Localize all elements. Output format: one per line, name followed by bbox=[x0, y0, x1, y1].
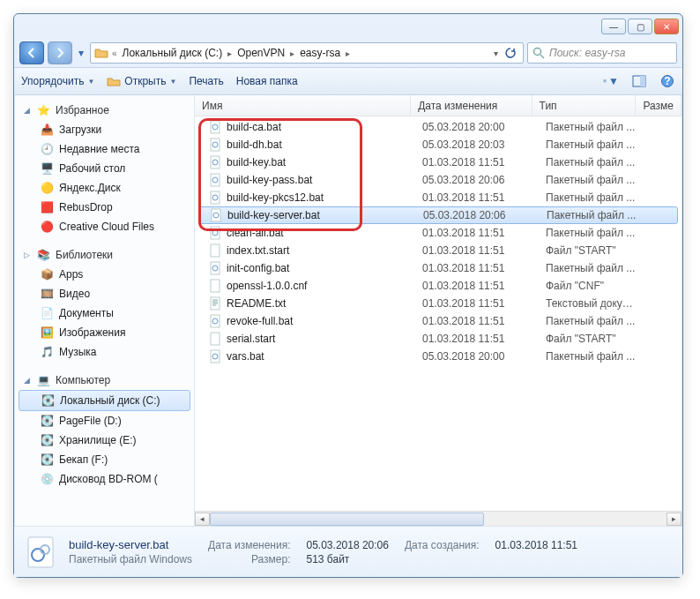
file-list[interactable]: build-ca.bat05.03.2018 20:00Пакетный фай… bbox=[195, 116, 681, 511]
file-date: 01.03.2018 11:51 bbox=[415, 191, 539, 204]
breadcrumb-item[interactable]: OpenVPN bbox=[235, 47, 287, 59]
horizontal-scrollbar[interactable]: ◂ ▸ bbox=[195, 511, 681, 526]
open-button[interactable]: Открыть▼ bbox=[107, 74, 176, 88]
help-button[interactable]: ? bbox=[659, 73, 675, 89]
back-button[interactable] bbox=[19, 41, 44, 64]
disk-icon: 💽 bbox=[40, 453, 54, 467]
documents-icon: 📄 bbox=[40, 306, 54, 320]
video-icon: 🎞️ bbox=[40, 287, 54, 301]
sidebar-item[interactable]: 💽Бекап (F:) bbox=[15, 450, 194, 469]
sidebar-item[interactable]: 📥Загрузки bbox=[15, 120, 194, 139]
music-icon: 🎵 bbox=[40, 345, 54, 359]
details-created-label: Дата создания: bbox=[405, 539, 480, 551]
scroll-thumb[interactable] bbox=[210, 513, 484, 526]
sidebar-libraries[interactable]: ▷📚Библиотеки bbox=[15, 245, 194, 265]
file-row[interactable]: index.txt.start01.03.2018 11:51Файл "STA… bbox=[195, 242, 681, 259]
new-folder-button[interactable]: Новая папка bbox=[236, 75, 298, 87]
file-row[interactable]: build-key-pass.bat05.03.2018 20:06Пакетн… bbox=[195, 171, 681, 189]
refresh-button[interactable] bbox=[502, 46, 519, 60]
file-date: 01.03.2018 11:51 bbox=[415, 156, 539, 168]
col-date[interactable]: Дата изменения bbox=[411, 95, 532, 116]
file-name: README.txt bbox=[227, 297, 286, 310]
file-date: 01.03.2018 11:51 bbox=[415, 244, 539, 257]
file-icon bbox=[209, 120, 223, 134]
file-icon bbox=[209, 243, 223, 258]
organize-button[interactable]: Упорядочить▼ bbox=[21, 75, 94, 87]
minimize-button[interactable]: — bbox=[601, 19, 626, 34]
search-icon bbox=[532, 46, 546, 60]
breadcrumb-chevron: « bbox=[112, 49, 117, 58]
forward-button[interactable] bbox=[48, 41, 72, 64]
svg-rect-26 bbox=[211, 333, 220, 345]
sidebar-item[interactable]: 🟥RebusDrop bbox=[15, 198, 194, 217]
breadcrumb-item[interactable]: Локальный диск (C:) bbox=[121, 47, 225, 59]
arrow-left-icon bbox=[25, 46, 39, 60]
file-row[interactable]: vars.bat05.03.2018 20:00Пакетный файл ..… bbox=[195, 348, 681, 365]
disk-icon: 💽 bbox=[40, 414, 54, 428]
file-name: index.txt.start bbox=[227, 244, 289, 257]
file-row[interactable]: init-config.bat01.03.2018 11:51Пакетный … bbox=[195, 259, 681, 277]
titlebar: — ▢ ✕ bbox=[14, 14, 682, 39]
sidebar-item[interactable]: 💽PageFile (D:) bbox=[15, 411, 194, 431]
file-row[interactable]: build-dh.bat05.03.2018 20:03Пакетный фай… bbox=[195, 136, 681, 153]
sidebar-item[interactable]: 💿Дисковод BD-ROM ( bbox=[15, 469, 194, 489]
file-row[interactable]: build-key.bat01.03.2018 11:51Пакетный фа… bbox=[195, 153, 681, 171]
sidebar-item[interactable]: 🎵Музыка bbox=[15, 342, 194, 362]
preview-pane-button[interactable] bbox=[631, 73, 647, 89]
sidebar-item[interactable]: 🟡Яндекс.Диск bbox=[15, 178, 194, 198]
maximize-button[interactable]: ▢ bbox=[628, 19, 652, 34]
sidebar-item[interactable]: 📄Документы bbox=[15, 303, 194, 323]
file-type: Пакетный файл ... bbox=[539, 262, 644, 274]
file-type-icon bbox=[23, 534, 60, 571]
sidebar-item[interactable]: 💽Хранилище (E:) bbox=[15, 431, 194, 450]
file-name: build-key-pkcs12.bat bbox=[227, 191, 324, 204]
sidebar-item[interactable]: 🎞️Видео bbox=[15, 284, 194, 303]
file-icon bbox=[209, 349, 223, 363]
close-button[interactable]: ✕ bbox=[654, 19, 679, 34]
file-name: openssl-1.0.0.cnf bbox=[227, 280, 307, 292]
svg-text:?: ? bbox=[664, 75, 670, 87]
file-type: Пакетный файл ... bbox=[539, 315, 644, 327]
scroll-left-button[interactable]: ◂ bbox=[195, 513, 210, 526]
details-size-label: Размер: bbox=[208, 553, 291, 565]
file-icon bbox=[210, 208, 224, 222]
file-type: Файл "START" bbox=[539, 333, 644, 345]
col-type[interactable]: Тип bbox=[532, 95, 637, 116]
sidebar-item[interactable]: 🕘Недавние места bbox=[15, 139, 194, 159]
file-row[interactable]: clean-all.bat01.03.2018 11:51Пакетный фа… bbox=[195, 224, 681, 242]
file-row[interactable]: build-key-pkcs12.bat01.03.2018 11:51Паке… bbox=[195, 189, 681, 206]
search-input[interactable]: Поиск: easy-rsa bbox=[527, 42, 677, 64]
file-row[interactable]: openssl-1.0.0.cnf01.03.2018 11:51Файл "C… bbox=[195, 277, 681, 295]
sidebar-item[interactable]: 🖥️Рабочий стол bbox=[15, 159, 194, 178]
sidebar-item[interactable]: 🖼️Изображения bbox=[15, 323, 194, 342]
address-dropdown[interactable]: ▾ bbox=[494, 49, 498, 58]
folder-icon bbox=[94, 46, 108, 60]
file-row[interactable]: revoke-full.bat01.03.2018 11:51Пакетный … bbox=[195, 312, 681, 330]
address-bar[interactable]: « Локальный диск (C:) ▸ OpenVPN ▸ easy-r… bbox=[90, 42, 524, 64]
scroll-right-button[interactable]: ▸ bbox=[666, 513, 681, 526]
sidebar-item[interactable]: 📦Apps bbox=[15, 265, 194, 284]
file-pane: Имя Дата изменения Тип Разме build-ca.ba… bbox=[195, 95, 681, 526]
breadcrumb-item[interactable]: easy-rsa bbox=[298, 47, 342, 59]
arrow-right-icon bbox=[53, 46, 67, 60]
details-filetype: Пакетный файл Windows bbox=[69, 553, 192, 565]
col-name[interactable]: Имя bbox=[195, 95, 411, 116]
file-date: 01.03.2018 11:51 bbox=[415, 315, 539, 327]
sidebar-item[interactable]: 🔴Creative Cloud Files bbox=[15, 217, 194, 236]
file-row[interactable]: serial.start01.03.2018 11:51Файл "START" bbox=[195, 330, 681, 348]
print-button[interactable]: Печать bbox=[189, 75, 223, 87]
file-row[interactable]: build-key-server.bat05.03.2018 20:06Паке… bbox=[198, 206, 678, 224]
scroll-track[interactable] bbox=[210, 513, 666, 526]
file-type: Пакетный файл ... bbox=[539, 350, 644, 363]
sidebar-favorites[interactable]: ◢⭐Избранное bbox=[15, 101, 194, 120]
history-dropdown[interactable]: ▾ bbox=[76, 47, 86, 59]
view-options-button[interactable]: ▼ bbox=[603, 73, 619, 89]
sidebar-computer[interactable]: ◢💻Компьютер bbox=[15, 371, 194, 390]
col-size[interactable]: Разме bbox=[636, 95, 681, 116]
file-row[interactable]: README.txt01.03.2018 11:51Текстовый доку… bbox=[195, 295, 681, 312]
recent-icon: 🕘 bbox=[40, 142, 54, 156]
sidebar-item-selected[interactable]: 💽Локальный диск (C:) bbox=[19, 390, 190, 411]
cc-icon: 🔴 bbox=[40, 220, 54, 234]
details-mod-label: Дата изменения: bbox=[208, 539, 291, 551]
file-row[interactable]: build-ca.bat05.03.2018 20:00Пакетный фай… bbox=[195, 118, 681, 136]
